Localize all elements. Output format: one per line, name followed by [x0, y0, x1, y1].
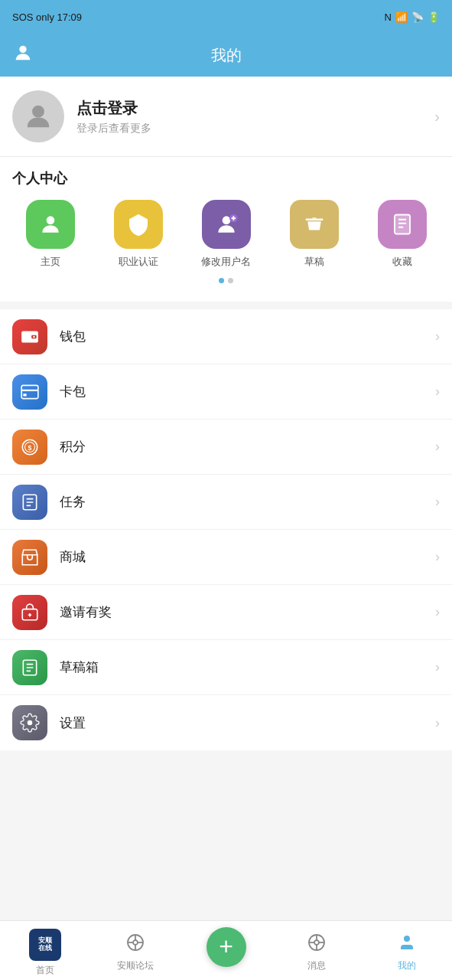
- menu-item-points[interactable]: $ 积分 ›: [0, 420, 452, 475]
- profile-chevron-icon: ›: [434, 108, 440, 126]
- header-avatar-icon[interactable]: [12, 42, 34, 69]
- home-app-icon: 安顺在线: [29, 929, 61, 961]
- home-icon-circle: [26, 200, 75, 249]
- shop-icon: [12, 540, 47, 575]
- grid-label-draft: 草稿: [304, 255, 324, 269]
- menu-item-card[interactable]: 卡包 ›: [0, 364, 452, 420]
- profile-info: 点击登录 登录后查看更多: [76, 98, 434, 136]
- header: 我的: [0, 34, 452, 77]
- invite-label: 邀请有奖: [60, 603, 435, 621]
- grid-item-home[interactable]: 主页: [6, 200, 94, 269]
- section-title: 个人中心: [0, 157, 452, 197]
- grid-item-username[interactable]: 修改用户名: [182, 200, 270, 269]
- wallet-label: 钱包: [60, 328, 435, 345]
- nav-item-me[interactable]: 我的: [362, 929, 452, 972]
- svg-rect-5: [395, 215, 410, 234]
- nav-label-home: 首页: [36, 964, 54, 977]
- task-chevron-icon: ›: [435, 494, 440, 510]
- svg-point-0: [19, 45, 26, 52]
- settings-label: 设置: [60, 714, 435, 732]
- dot-indicators: [0, 275, 452, 289]
- dot-2: [228, 278, 233, 283]
- bottom-nav: 安顺在线 首页 安顺论坛 +: [0, 920, 452, 980]
- certification-icon-circle: [114, 200, 163, 249]
- draftbox-icon: [12, 650, 47, 685]
- svg-point-2: [46, 216, 54, 224]
- wifi-icon: 📡: [411, 11, 424, 23]
- profile-sub-text: 登录后查看更多: [76, 122, 434, 136]
- wallet-chevron-icon: ›: [435, 328, 440, 345]
- shop-chevron-icon: ›: [435, 549, 440, 565]
- status-right: N 📶 📡 🔋: [385, 11, 440, 23]
- svg-point-20: [133, 940, 138, 945]
- nav-item-home[interactable]: 安顺在线 首页: [0, 924, 90, 977]
- status-bar: SOS only 17:09 N 📶 📡 🔋: [0, 0, 452, 34]
- points-icon: $: [12, 430, 47, 465]
- plus-button[interactable]: +: [206, 927, 246, 967]
- battery-icon: 🔋: [428, 11, 440, 23]
- menu-item-wallet[interactable]: 钱包 ›: [0, 309, 452, 364]
- svg-point-1: [32, 106, 44, 118]
- nav-label-me: 我的: [398, 959, 416, 972]
- card-icon: [12, 374, 47, 410]
- svg-point-3: [222, 216, 230, 224]
- favorite-icon-circle: [378, 200, 427, 249]
- forum-icon: [126, 933, 145, 956]
- points-label: 积分: [60, 438, 435, 456]
- points-chevron-icon: ›: [435, 439, 440, 455]
- grid-label-certification: 职业认证: [119, 255, 158, 269]
- grid-item-certification[interactable]: 职业认证: [94, 200, 182, 269]
- menu-item-shop[interactable]: 商城 ›: [0, 530, 452, 585]
- username-icon-circle: [202, 200, 251, 249]
- settings-icon: [12, 705, 47, 740]
- settings-chevron-icon: ›: [435, 715, 440, 731]
- svg-rect-10: [23, 394, 26, 396]
- personal-center: 个人中心 主页 职业认证: [0, 157, 452, 302]
- page-title: 我的: [211, 45, 242, 66]
- menu-item-task[interactable]: 任务 ›: [0, 475, 452, 530]
- svg-point-31: [404, 936, 410, 942]
- draft-icon-circle: [290, 200, 339, 249]
- nfc-icon: N: [385, 11, 392, 23]
- nav-item-forum[interactable]: 安顺论坛: [90, 929, 180, 972]
- icon-grid: 主页 职业认证 修改用户名: [0, 197, 452, 275]
- nav-item-plus[interactable]: +: [180, 927, 271, 975]
- task-icon: [12, 485, 47, 520]
- grid-label-home: 主页: [41, 255, 60, 269]
- status-left: SOS only 17:09: [12, 11, 82, 23]
- grid-item-draft[interactable]: 草稿: [270, 200, 358, 269]
- me-icon: [398, 933, 416, 956]
- avatar: [12, 90, 64, 142]
- wallet-icon: [12, 319, 47, 354]
- dot-1: [219, 278, 224, 283]
- signal-icon: 📶: [395, 11, 408, 23]
- message-icon: [307, 933, 326, 956]
- grid-item-favorite[interactable]: 收藏: [358, 200, 446, 269]
- plus-icon: +: [219, 934, 233, 959]
- menu-item-invite[interactable]: 邀请有奖 ›: [0, 585, 452, 640]
- nav-item-message[interactable]: 消息: [272, 929, 362, 972]
- nav-label-message: 消息: [307, 959, 326, 972]
- draftbox-label: 草稿箱: [60, 658, 435, 676]
- invite-icon: [12, 595, 47, 630]
- status-sos: SOS only 17:09: [12, 11, 82, 23]
- svg-text:$: $: [28, 444, 32, 452]
- svg-point-9: [33, 335, 35, 338]
- menu-item-draftbox[interactable]: 草稿箱 ›: [0, 640, 452, 695]
- profile-section[interactable]: 点击登录 登录后查看更多 ›: [0, 77, 452, 157]
- card-chevron-icon: ›: [435, 384, 440, 400]
- invite-chevron-icon: ›: [435, 604, 440, 620]
- nav-label-forum: 安顺论坛: [117, 959, 154, 972]
- card-label: 卡包: [60, 383, 435, 400]
- grid-label-favorite: 收藏: [392, 255, 412, 269]
- menu-list: 钱包 › 卡包 › $ 积分 ›: [0, 309, 452, 750]
- draftbox-chevron-icon: ›: [435, 659, 440, 675]
- shop-label: 商城: [60, 548, 435, 566]
- task-label: 任务: [60, 493, 435, 511]
- menu-item-settings[interactable]: 设置 ›: [0, 695, 452, 750]
- login-text: 点击登录: [76, 98, 434, 119]
- svg-point-18: [28, 720, 33, 726]
- svg-point-26: [314, 940, 319, 945]
- grid-label-username: 修改用户名: [201, 255, 251, 269]
